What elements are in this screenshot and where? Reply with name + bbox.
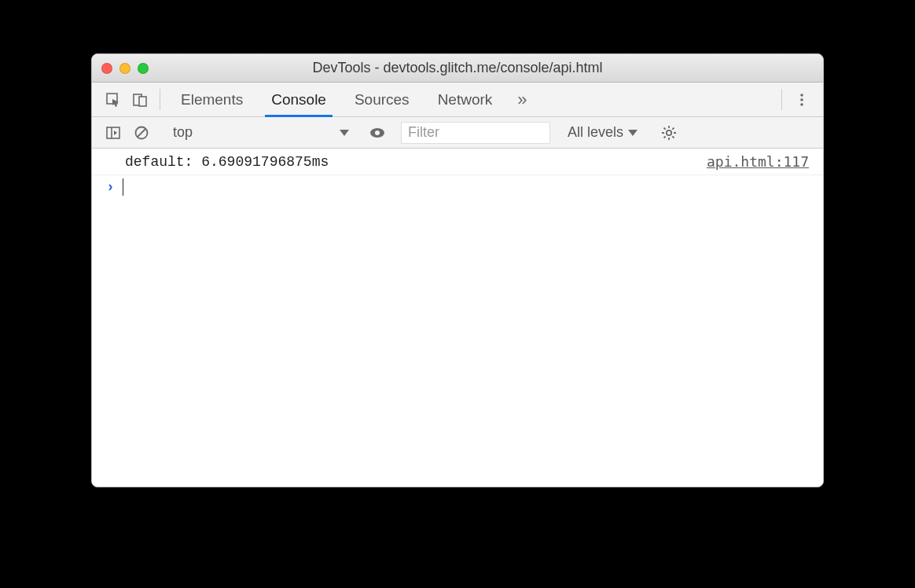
svg-point-12 — [667, 130, 671, 134]
divider — [160, 89, 160, 110]
execution-context-select[interactable]: top — [165, 124, 354, 141]
svg-point-3 — [800, 94, 803, 97]
svg-rect-6 — [107, 127, 119, 138]
window-title: DevTools - devtools.glitch.me/console/ap… — [92, 60, 823, 76]
settings-menu-icon[interactable] — [788, 83, 815, 116]
svg-point-5 — [800, 103, 803, 106]
chevron-down-icon — [340, 130, 349, 136]
more-tabs-button[interactable]: » — [506, 83, 538, 116]
panel-tabs: Elements Console Sources Network — [167, 83, 506, 116]
tab-elements[interactable]: Elements — [167, 83, 257, 116]
filter-input[interactable] — [401, 122, 550, 144]
console-toolbar: top All levels — [92, 117, 823, 149]
svg-line-18 — [672, 136, 674, 138]
devtools-tabstrip: Elements Console Sources Network » — [92, 83, 823, 117]
console-settings-icon[interactable] — [656, 125, 682, 141]
close-window-button[interactable] — [101, 63, 112, 74]
window-controls — [101, 63, 149, 74]
svg-line-20 — [672, 127, 674, 129]
clear-console-icon[interactable] — [128, 125, 155, 141]
console-output: default: 6.69091796875ms api.html:117 › — [92, 149, 823, 487]
svg-line-17 — [664, 127, 666, 129]
titlebar: DevTools - devtools.glitch.me/console/ap… — [92, 54, 823, 83]
device-toolbar-icon[interactable] — [127, 83, 153, 116]
svg-point-11 — [375, 130, 380, 135]
svg-rect-2 — [139, 97, 146, 106]
prompt-caret-icon: › — [106, 179, 115, 195]
log-levels-label: All levels — [568, 124, 623, 141]
inspect-element-icon[interactable] — [100, 83, 127, 116]
toggle-console-sidebar-icon[interactable] — [100, 125, 127, 141]
devtools-window: DevTools - devtools.glitch.me/console/ap… — [91, 53, 824, 487]
tab-network[interactable]: Network — [424, 83, 507, 116]
execution-context-label: top — [173, 124, 193, 141]
log-message: default: 6.69091796875ms — [125, 154, 329, 170]
svg-point-4 — [800, 98, 803, 101]
text-cursor — [123, 178, 124, 196]
log-levels-select[interactable]: All levels — [560, 124, 645, 141]
tab-console[interactable]: Console — [257, 83, 340, 116]
divider — [781, 89, 782, 110]
console-prompt[interactable]: › — [92, 175, 823, 199]
console-log-row: default: 6.69091796875ms api.html:117 — [92, 149, 823, 175]
live-expression-icon[interactable] — [364, 124, 391, 141]
svg-line-9 — [138, 129, 145, 137]
svg-line-19 — [664, 136, 666, 138]
tab-sources[interactable]: Sources — [340, 83, 424, 116]
log-source-link[interactable]: api.html:117 — [707, 153, 809, 170]
chevron-down-icon — [628, 130, 638, 136]
minimize-window-button[interactable] — [119, 63, 130, 74]
zoom-window-button[interactable] — [138, 63, 149, 74]
